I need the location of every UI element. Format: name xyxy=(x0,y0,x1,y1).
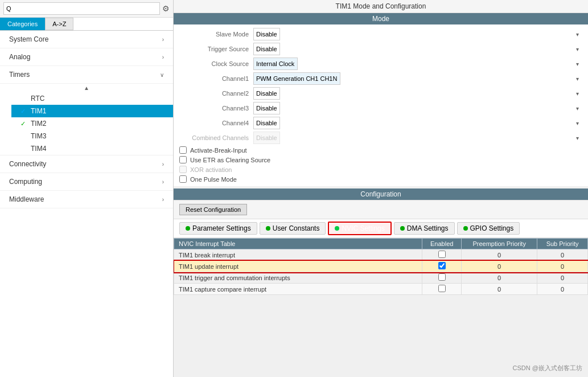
sub-col: 0 xyxy=(537,284,588,295)
channel4-select-wrapper: Disable xyxy=(253,117,582,129)
trigger-source-select[interactable]: Disable xyxy=(253,43,280,55)
enabled-checkbox[interactable] xyxy=(438,262,446,269)
activate-break-label: Activate-Break-Input xyxy=(190,147,247,154)
tab-dot-icon xyxy=(400,226,405,231)
enabled-checkbox[interactable] xyxy=(438,251,446,258)
sidebar-subitem-tim2[interactable]: ✓ TIM2 xyxy=(11,117,173,130)
enabled-col[interactable] xyxy=(422,249,462,261)
watermark: CSDN @嵌入式创客工坊 xyxy=(513,364,582,372)
sidebar-subitem-rtc[interactable]: RTC xyxy=(11,92,173,105)
tab-label: DMA Settings xyxy=(407,224,449,232)
channel1-select-wrapper: PWM Generation CH1 CH1N xyxy=(253,72,582,85)
chevron-right-icon: › xyxy=(162,179,164,185)
sidebar-subitem-tim1[interactable]: ✓ TIM1 xyxy=(11,105,173,117)
sidebar-item-computing[interactable]: Computing › xyxy=(0,173,173,191)
search-input[interactable] xyxy=(3,2,160,15)
activate-break-checkbox[interactable] xyxy=(179,146,187,154)
enabled-checkbox[interactable] xyxy=(438,285,446,292)
sidebar-subitem-label: RTC xyxy=(31,95,44,103)
tab-gpio-settings[interactable]: GPIO Settings xyxy=(457,222,520,235)
enabled-col[interactable] xyxy=(422,284,462,295)
mode-section: Mode Slave Mode Disable Trigger Source xyxy=(174,13,588,186)
reset-configuration-button[interactable]: Reset Configuration xyxy=(179,204,247,215)
sidebar-subitem-tim4[interactable]: TIM4 xyxy=(11,142,173,155)
tab-dot-icon xyxy=(266,226,270,231)
sidebar-item-label: Computing xyxy=(9,178,42,186)
tab-dma-settings[interactable]: DMA Settings xyxy=(394,222,455,235)
mode-form: Slave Mode Disable Trigger Source Disabl… xyxy=(174,24,588,186)
enabled-col[interactable] xyxy=(422,272,462,284)
form-row-channel1: Channel1 PWM Generation CH1 CH1N xyxy=(174,71,588,86)
trigger-source-select-wrapper: Disable xyxy=(253,43,582,55)
sidebar-item-label: Timers xyxy=(9,71,30,79)
col-header-preemption: Preemption Priority xyxy=(462,239,537,249)
sidebar-item-label: Middleware xyxy=(9,195,44,203)
sidebar-item-connectivity[interactable]: Connectivity › xyxy=(0,155,173,173)
form-row-channel3: Channel3 Disable xyxy=(174,101,588,116)
channel2-label: Channel2 xyxy=(179,90,253,97)
table-row: TIM1 trigger and commutation interrupts … xyxy=(174,272,588,284)
check-blue-icon: ✓ xyxy=(20,108,28,115)
clock-source-select[interactable]: Internal Clock xyxy=(253,58,298,70)
enabled-checkbox[interactable] xyxy=(438,273,446,281)
config-header: Configuration xyxy=(174,188,588,200)
configuration-section: Configuration Reset Configuration Parame… xyxy=(174,188,588,377)
trigger-source-label: Trigger Source xyxy=(179,46,253,52)
one-pulse-checkbox[interactable] xyxy=(179,175,187,183)
sidebar-item-timers[interactable]: Timers ∨ xyxy=(0,66,173,84)
sidebar-item-system-core[interactable]: System Core › xyxy=(0,31,173,48)
tab-categories[interactable]: Categories xyxy=(0,18,45,30)
sidebar-subitem-tim3[interactable]: TIM3 xyxy=(11,130,173,142)
combined-channels-select-wrapper: Disable xyxy=(253,132,582,144)
checkbox-xor: XOR activation xyxy=(174,165,588,174)
config-table-container: NVIC Interrupt Table Enabled Preemption … xyxy=(174,238,588,377)
tab-dot-icon xyxy=(335,226,339,231)
tab-label: NVIC Settings xyxy=(342,224,384,232)
tab-user-constants[interactable]: User Constants xyxy=(260,222,326,235)
combined-channels-select[interactable]: Disable xyxy=(253,132,280,144)
main-content: TIM1 Mode and Configuration Mode Slave M… xyxy=(174,0,588,377)
tab-label: GPIO Settings xyxy=(470,224,514,232)
channel3-select[interactable]: Disable xyxy=(253,102,280,114)
config-toolbar: Reset Configuration xyxy=(174,200,588,219)
table-row: TIM1 capture compare interrupt 0 0 xyxy=(174,284,588,295)
slave-mode-select-wrapper: Disable xyxy=(253,28,582,40)
channel4-select[interactable]: Disable xyxy=(253,117,280,129)
channel4-label: Channel4 xyxy=(179,120,253,126)
form-row-trigger-source: Trigger Source Disable xyxy=(174,42,588,56)
sub-col: 0 xyxy=(537,272,588,284)
sidebar-item-middleware[interactable]: Middleware › xyxy=(0,191,173,208)
sidebar-item-analog[interactable]: Analog › xyxy=(0,48,173,66)
checkbox-one-pulse: One Pulse Mode xyxy=(174,174,588,184)
tab-label: User Constants xyxy=(273,224,320,232)
sidebar-item-label: System Core xyxy=(9,35,48,43)
tab-parameter-settings[interactable]: Parameter Settings xyxy=(179,222,257,235)
xor-label: XOR activation xyxy=(190,166,232,173)
page-title: TIM1 Mode and Configuration xyxy=(174,0,588,13)
clock-source-label: Clock Source xyxy=(179,60,253,67)
sidebar-tabs: Categories A->Z xyxy=(0,18,173,31)
xor-checkbox[interactable] xyxy=(179,166,187,173)
nvic-table: NVIC Interrupt Table Enabled Preemption … xyxy=(174,238,588,295)
enabled-col[interactable] xyxy=(422,261,462,272)
use-etr-checkbox[interactable] xyxy=(179,156,187,163)
channel2-select[interactable]: Disable xyxy=(253,87,280,100)
channel1-select[interactable]: PWM Generation CH1 CH1N xyxy=(253,72,340,85)
channel1-label: Channel1 xyxy=(179,75,253,82)
sidebar: ⚙ Categories A->Z System Core › Analog ›… xyxy=(0,0,174,377)
interrupt-name: TIM1 break interrupt xyxy=(174,249,422,261)
sidebar-nav: System Core › Analog › Timers ∨ ▲ xyxy=(0,31,173,377)
preemption-col: 0 xyxy=(462,284,537,295)
gear-icon[interactable]: ⚙ xyxy=(162,4,170,13)
tab-dot-icon xyxy=(186,226,190,231)
slave-mode-select[interactable]: Disable xyxy=(253,28,280,40)
tab-nvic-settings[interactable]: NVIC Settings xyxy=(328,222,391,235)
sidebar-subitem-label: TIM4 xyxy=(31,145,46,153)
channel3-label: Channel3 xyxy=(179,105,253,112)
nvic-table-header-row: NVIC Interrupt Table Enabled Preemption … xyxy=(174,239,588,249)
form-row-channel4: Channel4 Disable xyxy=(174,116,588,130)
checkbox-activate-break: Activate-Break-Input xyxy=(174,145,588,155)
chevron-down-icon: ∨ xyxy=(160,72,164,78)
col-header-interrupt: NVIC Interrupt Table xyxy=(174,239,422,249)
tab-az[interactable]: A->Z xyxy=(45,18,73,30)
